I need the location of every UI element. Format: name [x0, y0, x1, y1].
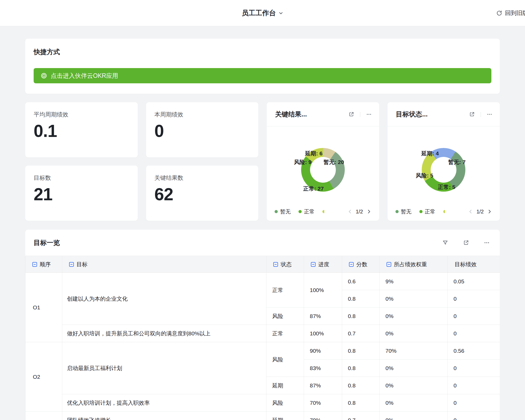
divider	[360, 112, 360, 117]
col-header-label: 分数	[356, 261, 367, 268]
legend-dot	[395, 210, 399, 213]
legend-item-normal[interactable]: 正常	[298, 208, 315, 215]
performance-cell: 0	[448, 412, 500, 420]
collapse-column-icon[interactable]	[32, 262, 37, 267]
table-row: O2 启动最新员工福利计划 风险 90% 0.8 70% 0.56	[25, 342, 500, 360]
table-actions	[442, 240, 490, 246]
legend-label: 暂无	[401, 208, 411, 215]
stat-value: 0.1	[34, 122, 129, 140]
score-cell: 0.8	[342, 394, 380, 412]
score-cell: 0.7	[342, 412, 380, 420]
chart-card-header: 关键结果...	[267, 102, 379, 126]
collapse-column-icon[interactable]	[349, 262, 354, 267]
chart-pager: 1/2	[468, 209, 492, 215]
status-cell: 风险	[266, 394, 304, 412]
score-cell: 0.7	[342, 325, 380, 342]
stats-grid: 平均周期绩效 0.1 本周期绩效 0 关键结果...	[25, 102, 500, 221]
objective-cell: 做好入职培训，提升新员工和公司双向的满意度到80%以上	[62, 325, 266, 342]
stat-value: 21	[34, 186, 129, 203]
open-in-new-icon[interactable]	[469, 111, 475, 117]
order-cell: O2	[25, 342, 62, 412]
stat-label: 本周期绩效	[155, 111, 250, 119]
chart-actions	[348, 111, 372, 117]
progress-cell: 90%	[304, 342, 342, 360]
objectives-card: 目标一览 顺序 目标	[25, 230, 500, 420]
score-cell: 0.8	[342, 377, 380, 394]
donut-chart-area: 延期: 6 风险: 9 暂无: 20 正常: 27	[267, 126, 379, 205]
stat-card-avg-cycle-performance: 平均周期绩效 0.1	[25, 102, 138, 157]
progress-cell: 70%	[304, 394, 342, 412]
stat-label: 目标数	[34, 174, 129, 182]
order-cell: O1	[25, 273, 62, 342]
collapse-column-icon[interactable]	[387, 262, 391, 267]
donut-label-risk: 风险: 9	[294, 158, 312, 166]
progress-cell: 83%	[304, 360, 342, 377]
col-header-label: 进度	[318, 261, 329, 268]
performance-cell: 0	[448, 325, 500, 342]
stat-card-current-cycle-performance: 本周期绩效 0	[146, 102, 259, 157]
prev-page-icon[interactable]	[348, 209, 352, 214]
legend-label: 暂无	[280, 208, 291, 215]
next-page-icon[interactable]	[487, 209, 492, 214]
back-to-old-version-label: 回到旧版	[505, 9, 525, 17]
chart-title: 目标状态...	[396, 110, 428, 119]
donut-label-risk: 风险: 5	[416, 172, 434, 179]
weight-cell: 0%	[380, 325, 448, 342]
prev-page-icon[interactable]	[468, 209, 473, 214]
collapse-column-icon[interactable]	[273, 262, 278, 267]
filter-icon[interactable]	[442, 240, 448, 246]
weight-cell: 0%	[380, 308, 448, 325]
col-header-progress: 进度	[304, 256, 342, 273]
objectives-table: 顺序 目标 状态 进度 分数 所占绩效权重 目标绩效 O1 创建以人为本的企业文…	[25, 256, 500, 420]
score-cell: 0.8	[342, 290, 380, 308]
legend-item-none[interactable]: 暂无	[395, 208, 411, 215]
restore-icon	[496, 10, 502, 16]
next-page-icon[interactable]	[367, 209, 371, 214]
collapse-column-icon[interactable]	[69, 262, 74, 267]
chart-legend: 暂无 正常	[275, 208, 326, 215]
col-header-label: 目标	[76, 261, 88, 268]
okr-app-button[interactable]: 点击进入伙伴云OKR应用	[34, 68, 491, 83]
open-in-new-icon[interactable]	[348, 111, 354, 117]
progress-cell: 79%	[304, 412, 342, 420]
donut-chart-area: 延期: 4 暂无: 7 风险: 5 正常: 5	[388, 126, 500, 205]
table-header-row: 顺序 目标 状态 进度 分数 所占绩效权重 目标绩效	[25, 256, 500, 273]
chart-legend: 暂无 正常	[395, 208, 446, 215]
performance-cell: 0.56	[448, 342, 500, 360]
col-header-label: 目标绩效	[455, 261, 477, 268]
col-header-objective: 目标	[62, 256, 266, 273]
weight-cell: 0%	[380, 394, 448, 412]
performance-cell: 0	[448, 394, 500, 412]
status-cell: 风险	[266, 308, 304, 325]
legend-label: 正常	[304, 208, 315, 215]
chart-card-header: 目标状态...	[388, 102, 500, 126]
table-row: 团队绩效飞速增长 延期 79% 0.7 0% 0	[25, 412, 500, 420]
legend-dot	[443, 210, 446, 213]
more-icon[interactable]	[487, 111, 492, 117]
more-icon[interactable]	[366, 111, 372, 117]
status-cell: 正常	[266, 325, 304, 342]
weight-cell: 0%	[380, 360, 448, 377]
legend-item-partial[interactable]	[322, 210, 326, 213]
open-in-new-icon[interactable]	[463, 240, 469, 246]
objective-status-card: 目标状态... 延期: 4 暂无: 7 风险: 5 正常: 5	[388, 102, 500, 221]
collapse-column-icon[interactable]	[311, 262, 316, 267]
legend-dot	[419, 210, 423, 213]
back-to-old-version-link[interactable]: 回到旧版	[496, 9, 525, 17]
legend-item-none[interactable]: 暂无	[275, 208, 291, 215]
divider	[481, 112, 481, 117]
legend-item-partial[interactable]	[443, 210, 446, 213]
chart-actions	[469, 111, 492, 117]
donut-label-late: 延期: 6	[305, 150, 323, 157]
shortcuts-title: 快捷方式	[34, 48, 491, 56]
page-indicator: 1/2	[356, 209, 363, 215]
status-cell: 风险	[266, 342, 304, 377]
donut-label-normal: 正常: 27	[303, 185, 324, 192]
legend-item-normal[interactable]: 正常	[419, 208, 435, 215]
score-cell: 0.8	[342, 342, 380, 360]
more-icon[interactable]	[484, 240, 490, 246]
objective-cell: 优化入职培训计划，提高入职效率	[62, 394, 266, 412]
workspace-switcher[interactable]: 员工工作台	[242, 8, 283, 18]
key-result-status-card: 关键结果... 延期: 6 风险: 9 暂无: 20 正常: 27	[267, 102, 379, 221]
weight-cell: 9%	[380, 273, 448, 290]
